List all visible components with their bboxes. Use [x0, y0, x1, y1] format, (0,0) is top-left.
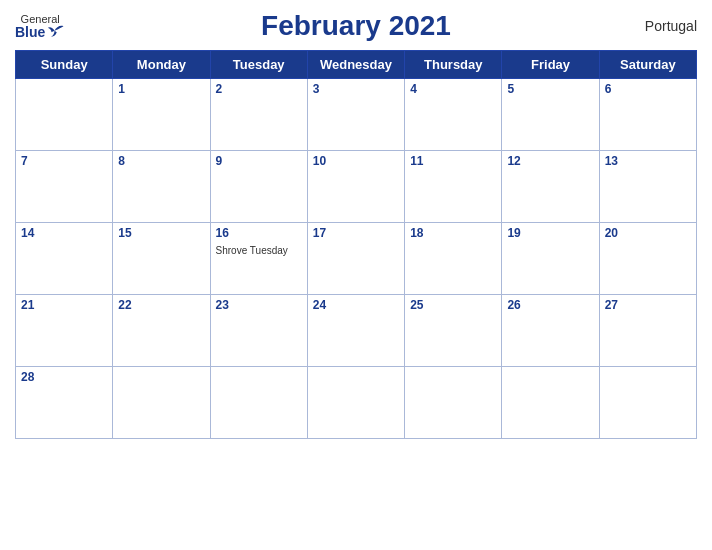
day-cell: 15	[113, 223, 210, 295]
calendar-container: General Blue February 2021 Portugal Sund…	[0, 0, 712, 550]
logo-blue: Blue	[15, 25, 65, 39]
country-label: Portugal	[645, 18, 697, 34]
day-number: 11	[410, 154, 496, 168]
week-row-5: 28	[16, 367, 697, 439]
day-cell	[502, 367, 599, 439]
day-cell: 11	[405, 151, 502, 223]
day-number: 20	[605, 226, 691, 240]
col-sunday: Sunday	[16, 51, 113, 79]
day-cell: 10	[307, 151, 404, 223]
day-number: 13	[605, 154, 691, 168]
col-monday: Monday	[113, 51, 210, 79]
week-row-2: 78910111213	[16, 151, 697, 223]
day-cell: 14	[16, 223, 113, 295]
col-tuesday: Tuesday	[210, 51, 307, 79]
weekday-header-row: Sunday Monday Tuesday Wednesday Thursday…	[16, 51, 697, 79]
day-number: 3	[313, 82, 399, 96]
day-number: 17	[313, 226, 399, 240]
day-cell	[405, 367, 502, 439]
logo: General Blue	[15, 14, 65, 39]
day-cell: 1	[113, 79, 210, 151]
day-cell: 9	[210, 151, 307, 223]
day-cell: 25	[405, 295, 502, 367]
day-number: 10	[313, 154, 399, 168]
day-cell: 26	[502, 295, 599, 367]
day-cell: 27	[599, 295, 696, 367]
day-cell: 19	[502, 223, 599, 295]
day-cell: 3	[307, 79, 404, 151]
calendar-table: Sunday Monday Tuesday Wednesday Thursday…	[15, 50, 697, 439]
day-cell: 18	[405, 223, 502, 295]
col-friday: Friday	[502, 51, 599, 79]
day-number: 26	[507, 298, 593, 312]
day-number: 21	[21, 298, 107, 312]
day-cell	[16, 79, 113, 151]
day-number: 24	[313, 298, 399, 312]
day-cell: 23	[210, 295, 307, 367]
day-number: 5	[507, 82, 593, 96]
day-cell: 17	[307, 223, 404, 295]
day-cell: 7	[16, 151, 113, 223]
day-number: 4	[410, 82, 496, 96]
day-number: 22	[118, 298, 204, 312]
day-cell: 21	[16, 295, 113, 367]
day-cell: 8	[113, 151, 210, 223]
day-cell: 28	[16, 367, 113, 439]
day-cell: 6	[599, 79, 696, 151]
calendar-title: February 2021	[261, 10, 451, 42]
week-row-4: 21222324252627	[16, 295, 697, 367]
day-number: 23	[216, 298, 302, 312]
day-cell: 16Shrove Tuesday	[210, 223, 307, 295]
day-cell: 20	[599, 223, 696, 295]
day-cell: 13	[599, 151, 696, 223]
day-event: Shrove Tuesday	[216, 245, 288, 256]
col-thursday: Thursday	[405, 51, 502, 79]
day-number: 7	[21, 154, 107, 168]
day-cell	[307, 367, 404, 439]
day-cell	[113, 367, 210, 439]
day-cell: 4	[405, 79, 502, 151]
day-cell: 12	[502, 151, 599, 223]
day-number: 6	[605, 82, 691, 96]
day-cell: 22	[113, 295, 210, 367]
day-number: 18	[410, 226, 496, 240]
day-number: 9	[216, 154, 302, 168]
day-number: 25	[410, 298, 496, 312]
day-cell: 2	[210, 79, 307, 151]
day-cell: 5	[502, 79, 599, 151]
week-row-1: 123456	[16, 79, 697, 151]
day-cell	[210, 367, 307, 439]
col-saturday: Saturday	[599, 51, 696, 79]
day-number: 15	[118, 226, 204, 240]
day-cell	[599, 367, 696, 439]
day-number: 16	[216, 226, 302, 240]
day-cell: 24	[307, 295, 404, 367]
calendar-header: General Blue February 2021 Portugal	[15, 10, 697, 42]
day-number: 27	[605, 298, 691, 312]
day-number: 8	[118, 154, 204, 168]
day-number: 28	[21, 370, 107, 384]
day-number: 2	[216, 82, 302, 96]
day-number: 19	[507, 226, 593, 240]
col-wednesday: Wednesday	[307, 51, 404, 79]
day-number: 12	[507, 154, 593, 168]
week-row-3: 141516Shrove Tuesday17181920	[16, 223, 697, 295]
day-number: 14	[21, 226, 107, 240]
day-number: 1	[118, 82, 204, 96]
